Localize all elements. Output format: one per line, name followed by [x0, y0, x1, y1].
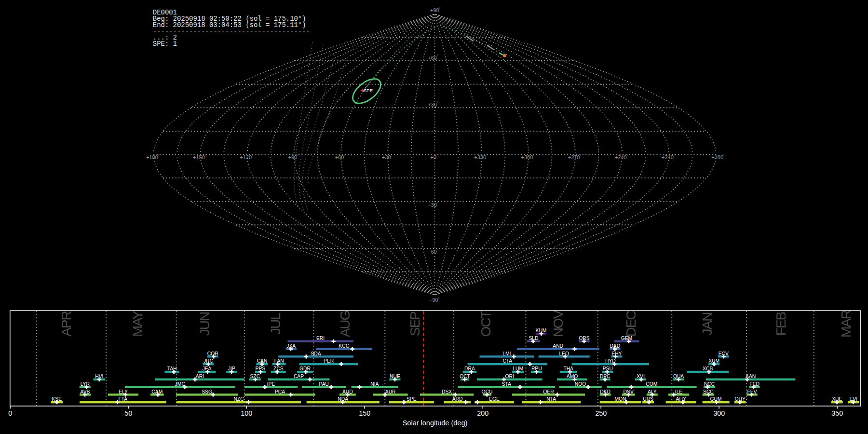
svg-text:+90°: +90° [288, 154, 299, 160]
svg-text:AMO: AMO [567, 374, 578, 379]
svg-text:AUG: AUG [338, 311, 353, 337]
svg-text:Solar longitude (deg): Solar longitude (deg) [403, 419, 468, 427]
svg-text:LMI: LMI [502, 351, 511, 356]
svg-text:NTA: NTA [546, 396, 556, 402]
svg-text:+270°: +270° [568, 154, 582, 160]
svg-text:DSX: DSX [442, 389, 452, 394]
svg-text:ARD: ARD [452, 396, 463, 402]
svg-text:JMC: JMC [175, 381, 186, 387]
svg-text:ZCS: ZCS [273, 366, 284, 371]
svg-text:MAY: MAY [130, 310, 145, 337]
svg-text:150: 150 [359, 409, 370, 417]
svg-text:+240°: +240° [615, 154, 628, 160]
svg-text:TAH: TAH [167, 366, 177, 371]
svg-text:ORI: ORI [505, 374, 514, 379]
svg-text:DEC: DEC [624, 311, 638, 337]
svg-text:CTA: CTA [502, 358, 512, 364]
svg-text:+180°: +180° [146, 154, 160, 160]
svg-text:SPE: SPE [364, 88, 373, 93]
svg-text:+60°: +60° [335, 154, 346, 160]
svg-text:GDR: GDR [299, 366, 311, 371]
svg-text:PER: PER [324, 358, 334, 364]
svg-text:0: 0 [8, 409, 12, 417]
svg-text:CAP: CAP [294, 374, 304, 379]
svg-text:XCB: XCB [703, 366, 713, 371]
svg-text:SSG: SSG [202, 389, 212, 394]
svg-text:+60°: +60° [428, 54, 438, 60]
svg-text:CAM: CAM [151, 389, 163, 394]
svg-text:200: 200 [477, 409, 488, 417]
svg-text:−30°: −30° [428, 202, 438, 208]
svg-text:SPE: SPE [407, 396, 417, 402]
svg-text:SEP: SEP [407, 312, 422, 336]
svg-text:DRA: DRA [464, 366, 475, 371]
svg-text:LYR: LYR [81, 381, 90, 387]
svg-text:NCC: NCC [704, 381, 715, 387]
svg-text:LEO: LEO [559, 351, 569, 356]
svg-text:+90°: +90° [430, 7, 441, 13]
svg-text:JUL: JUL [268, 313, 283, 335]
svg-text:AND: AND [553, 343, 563, 349]
svg-text:PAU: PAU [319, 381, 328, 387]
svg-text:NIA: NIA [370, 381, 379, 387]
svg-text:OER: OER [543, 389, 554, 394]
svg-text:APR: APR [59, 311, 74, 336]
svg-text:PCA: PCA [275, 389, 285, 394]
svg-text:JUN: JUN [197, 312, 212, 336]
svg-text:COM: COM [646, 381, 657, 387]
svg-text:+180°: +180° [711, 154, 725, 160]
svg-text:+210°: +210° [662, 154, 675, 160]
svg-text:IPE: IPE [267, 381, 275, 387]
svg-text:+0°: +0° [430, 154, 438, 160]
svg-text:ARI: ARI [196, 374, 204, 379]
svg-text:FED: FED [749, 381, 760, 387]
svg-text:+120°: +120° [240, 154, 253, 160]
svg-text:+330°: +330° [474, 154, 488, 160]
svg-text:NZC: NZC [233, 396, 244, 402]
svg-text:+150°: +150° [193, 154, 206, 160]
svg-text:+30°: +30° [382, 154, 393, 160]
svg-text:NOO: NOO [575, 381, 586, 387]
svg-text:JEA: JEA [202, 366, 211, 371]
svg-text:50: 50 [124, 409, 132, 417]
svg-text:NOV: NOV [551, 310, 566, 337]
svg-text:MON: MON [614, 396, 626, 402]
svg-text:AHY: AHY [676, 396, 686, 402]
svg-text:GEM: GEM [621, 336, 632, 341]
svg-text:THA: THA [563, 366, 573, 371]
svg-text:−60°: −60° [428, 249, 438, 255]
svg-text:350: 350 [831, 409, 843, 417]
svg-text:FAN: FAN [274, 358, 284, 364]
svg-text:−90°: −90° [429, 297, 440, 303]
svg-text:SDA: SDA [311, 351, 321, 356]
svg-text:KCG: KCG [339, 343, 349, 349]
svg-text:MAR: MAR [839, 310, 854, 338]
svg-text:EGE: EGE [489, 396, 500, 402]
svg-text:OCT: OCT [478, 311, 493, 337]
svg-text:AUR: AUR [385, 389, 396, 394]
svg-text:URS: URS [643, 396, 653, 402]
svg-text:+300°: +300° [521, 154, 535, 160]
svg-text:EHY: EHY [611, 351, 622, 356]
svg-text:STA: STA [502, 381, 511, 387]
svg-text:ELY: ELY [119, 389, 128, 394]
svg-text:+30°: +30° [428, 101, 438, 107]
svg-text:250: 250 [595, 409, 607, 417]
svg-text:COR: COR [207, 351, 218, 356]
svg-text:FEB: FEB [773, 312, 788, 336]
svg-text:100: 100 [241, 409, 252, 417]
svg-text:JAN: JAN [700, 313, 715, 336]
svg-text:FTA: FTA [118, 396, 127, 402]
svg-text:300: 300 [713, 409, 725, 417]
svg-text:ERI: ERI [316, 336, 325, 341]
svg-text:ILE: ILE [675, 389, 683, 394]
